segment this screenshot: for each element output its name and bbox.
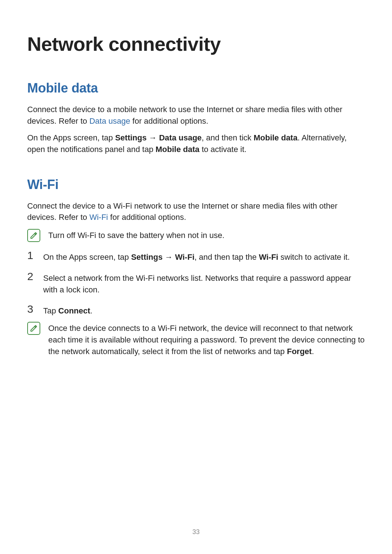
- bold-wifi: Wi-Fi: [175, 253, 195, 262]
- text: for additional options.: [130, 116, 208, 126]
- step-number-1: 1: [27, 250, 37, 261]
- section-heading-wifi: Wi-Fi: [27, 177, 365, 192]
- wifi-para-1: Connect the device to a Wi-Fi network to…: [27, 200, 365, 223]
- text: , and then tap the: [195, 253, 259, 262]
- pencil-note-icon: [29, 324, 38, 333]
- text: for additional options.: [108, 213, 186, 222]
- step-text-2: Select a network from the Wi-Fi networks…: [43, 271, 365, 296]
- section-wifi: Wi-Fi Connect the device to a Wi-Fi netw…: [27, 177, 365, 357]
- link-data-usage[interactable]: Data usage: [89, 116, 130, 126]
- bold-mobile-data: Mobile data: [254, 133, 298, 142]
- page-title: Network connectivity: [27, 33, 365, 55]
- text: .: [312, 347, 314, 356]
- section-heading-mobile-data: Mobile data: [27, 81, 365, 96]
- arrow: →: [163, 253, 175, 262]
- note-icon: [27, 229, 40, 242]
- note-text-1: Turn off Wi-Fi to save the battery when …: [48, 228, 365, 241]
- text: .: [90, 306, 93, 315]
- text: switch to activate it.: [278, 253, 350, 262]
- link-wifi[interactable]: Wi-Fi: [89, 213, 108, 222]
- bold-forget: Forget: [287, 347, 311, 356]
- note-text-2: Once the device connects to a Wi-Fi netw…: [48, 321, 365, 357]
- page-number: 33: [0, 528, 392, 536]
- step-1: 1 On the Apps screen, tap Settings → Wi-…: [27, 250, 365, 263]
- text: On the Apps screen, tap: [27, 133, 115, 142]
- bold-settings: Settings: [115, 133, 147, 142]
- arrow: →: [147, 133, 159, 142]
- step-2: 2 Select a network from the Wi-Fi networ…: [27, 271, 365, 296]
- step-3: 3 Tap Connect.: [27, 304, 365, 317]
- text: On the Apps screen, tap: [43, 253, 131, 262]
- step-number-2: 2: [27, 271, 37, 282]
- text: Tap: [43, 306, 58, 315]
- pencil-note-icon: [29, 231, 38, 240]
- note-icon: [27, 322, 40, 335]
- page-content: Network connectivity Mobile data Connect…: [0, 0, 392, 357]
- text: Once the device connects to a Wi-Fi netw…: [48, 324, 365, 356]
- step-text-3: Tap Connect.: [43, 304, 365, 317]
- bold-mobile-data-2: Mobile data: [156, 145, 200, 154]
- text: to activate it.: [200, 145, 247, 154]
- mobile-data-para-1: Connect the device to a mobile network t…: [27, 104, 365, 127]
- bold-connect: Connect: [58, 306, 90, 315]
- mobile-data-para-2: On the Apps screen, tap Settings → Data …: [27, 132, 365, 155]
- step-text-1: On the Apps screen, tap Settings → Wi-Fi…: [43, 250, 365, 263]
- bold-settings: Settings: [131, 253, 163, 262]
- text: , and then tick: [202, 133, 254, 142]
- note-block-1: Turn off Wi-Fi to save the battery when …: [27, 228, 365, 242]
- bold-data-usage: Data usage: [159, 133, 201, 142]
- bold-wifi-2: Wi-Fi: [259, 253, 278, 262]
- step-number-3: 3: [27, 304, 37, 315]
- note-block-2: Once the device connects to a Wi-Fi netw…: [27, 321, 365, 357]
